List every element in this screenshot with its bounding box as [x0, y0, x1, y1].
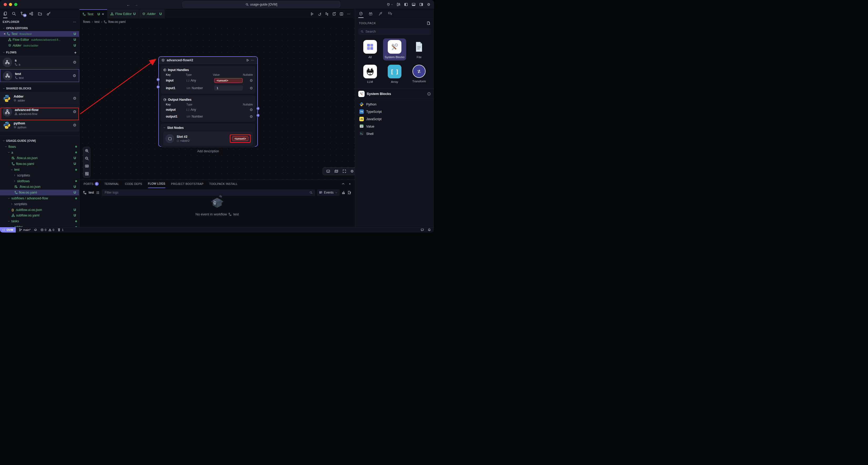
- shared-block-adder[interactable]: Adder adder ⚙: [0, 92, 79, 105]
- shared-blocks-header[interactable]: SHARED BLOCKS: [0, 85, 79, 91]
- rerun-icon[interactable]: [317, 12, 321, 16]
- back-icon[interactable]: ←: [126, 2, 130, 7]
- tab-ports[interactable]: PORTS1: [84, 180, 99, 188]
- flows-view-icon[interactable]: 38: [21, 11, 25, 16]
- close-icon[interactable]: ×: [4, 32, 5, 36]
- gear-icon[interactable]: ⚙: [73, 110, 76, 114]
- flows-header[interactable]: FLOWS +: [0, 50, 79, 55]
- block-python[interactable]: Python: [355, 101, 434, 108]
- publish-icon[interactable]: [34, 228, 37, 231]
- maximize-panel-icon[interactable]: [342, 182, 345, 185]
- tab-flow-logs[interactable]: FLOW LOGS: [148, 180, 165, 188]
- tree-item-subflow-ui-json[interactable]: {} .subflow.ui.oo.jsonU: [0, 207, 79, 213]
- open-preview-icon[interactable]: [332, 12, 336, 16]
- run-node-icon[interactable]: [246, 59, 249, 62]
- rocket-tab-icon[interactable]: [378, 11, 382, 16]
- feedback-icon[interactable]: [421, 228, 424, 231]
- gear-icon[interactable]: ⚙: [73, 96, 76, 100]
- tree-item-subflows-advanced-flow[interactable]: subflows / advanced-flow: [0, 196, 79, 201]
- slot-nodes-header[interactable]: Slot Nodes: [163, 125, 253, 130]
- flow-canvas[interactable]: advanced-flow#2 ⋯ Input Handles Key Type…: [80, 25, 355, 179]
- tool-all[interactable]: All: [359, 38, 382, 60]
- input-port[interactable]: [156, 85, 160, 89]
- command-center-search[interactable]: usage-guide [OVM]: [182, 1, 340, 8]
- add-description-button[interactable]: Add description: [158, 149, 258, 153]
- tab-code-deps[interactable]: CODE DEPS: [125, 180, 142, 188]
- value-unset-field[interactable]: <unset>: [214, 78, 243, 83]
- forward-icon[interactable]: →: [134, 2, 138, 7]
- tool-array[interactable]: [ ] Array: [383, 63, 406, 85]
- tree-item-test-flow-yaml[interactable]: flow.oo.yamlU: [0, 190, 79, 196]
- open-editor-test[interactable]: × Test flows/test U: [0, 31, 79, 37]
- more-actions-icon[interactable]: ⋯: [73, 20, 76, 24]
- tree-item-slotflows[interactable]: slotflows: [0, 178, 79, 184]
- bell-icon[interactable]: [428, 228, 431, 231]
- input-port[interactable]: [156, 78, 160, 81]
- chat-tab-icon[interactable]: [388, 11, 392, 16]
- gear-icon[interactable]: ⚙: [73, 123, 76, 127]
- new-toolpack-icon[interactable]: [427, 21, 430, 25]
- gear-icon[interactable]: ⚙: [249, 108, 253, 112]
- package-tab-icon[interactable]: [359, 11, 363, 16]
- gear-icon[interactable]: ⚙: [73, 74, 76, 78]
- output-port[interactable]: [256, 107, 260, 110]
- tree-item-a[interactable]: a: [0, 150, 79, 155]
- add-flow-icon[interactable]: +: [74, 50, 76, 55]
- block-value[interactable]: Value: [355, 123, 434, 130]
- flow-card-test[interactable]: test test ⚙: [0, 69, 79, 82]
- fit-view-icon[interactable]: [85, 164, 89, 168]
- gear-icon[interactable]: ⚙: [249, 78, 253, 83]
- slot-value-unset-field[interactable]: <unset>: [232, 136, 248, 141]
- auto-layout-icon[interactable]: [85, 172, 89, 176]
- tool-system-blocks[interactable]: System Blocks: [383, 38, 406, 60]
- problems-item[interactable]: 0 0: [40, 228, 54, 231]
- open-editors-header[interactable]: OPEN EDITORS: [0, 25, 79, 31]
- toggle-secondary-sidebar-icon[interactable]: [419, 3, 423, 6]
- minimize-window-button[interactable]: [9, 3, 12, 6]
- breadcrumb-flows[interactable]: flows: [83, 20, 90, 24]
- tool-llm[interactable]: LLM: [359, 63, 382, 85]
- block-typescript[interactable]: TS TypeScript: [355, 108, 434, 115]
- close-panel-icon[interactable]: ×: [349, 182, 351, 185]
- tree-item-scriptlets[interactable]: scriptlets: [0, 173, 79, 178]
- close-tab-icon[interactable]: ×: [102, 12, 104, 16]
- settings-gear-icon[interactable]: ⚙: [427, 2, 430, 6]
- toggle-panel-icon[interactable]: [326, 169, 330, 173]
- node-header[interactable]: advanced-flow#2 ⋯: [159, 57, 257, 64]
- tree-item-scriptlets-2[interactable]: scriptlets: [0, 201, 79, 207]
- git-branch-item[interactable]: main*: [19, 228, 30, 231]
- value-field[interactable]: 1: [214, 85, 243, 90]
- node-more-icon[interactable]: ⋯: [251, 58, 255, 62]
- tree-item-tasks[interactable]: tasks: [0, 218, 79, 224]
- breadcrumb-test[interactable]: test: [94, 20, 99, 24]
- keys-icon[interactable]: [46, 11, 51, 16]
- canvas-settings-gear-icon[interactable]: ⚙: [350, 169, 354, 173]
- shared-block-python[interactable]: python python ⚙: [0, 119, 79, 132]
- tool-file[interactable]: File: [407, 38, 431, 60]
- gear-icon[interactable]: ⚙: [249, 114, 253, 119]
- gear-icon[interactable]: ⚙: [249, 86, 253, 90]
- blocks-view-icon[interactable]: [29, 11, 33, 16]
- gift-tab-icon[interactable]: [369, 11, 373, 16]
- ports-item[interactable]: 1: [57, 228, 63, 231]
- more-actions-icon[interactable]: ⋯: [347, 12, 351, 16]
- tree-item-flows[interactable]: flows: [0, 144, 79, 150]
- compare-icon[interactable]: [325, 12, 329, 16]
- open-editor-adder[interactable]: Adder tasks/adder U: [0, 42, 79, 49]
- tree-item-flow-ui-json[interactable]: .flow.ui.oo.jsonU: [0, 155, 79, 161]
- zoom-in-icon[interactable]: [85, 149, 89, 153]
- block-javascript[interactable]: JS JavaScript: [355, 115, 434, 123]
- tool-transform[interactable]: Transform: [407, 63, 431, 85]
- tab-flow-editor[interactable]: Flow Editor U: [107, 9, 139, 19]
- tab-terminal[interactable]: TERMINAL: [104, 180, 119, 188]
- shared-block-advanced-flow[interactable]: advanced-flow advanced-flow ⚙: [0, 105, 79, 118]
- toggle-panel-icon[interactable]: [412, 3, 415, 6]
- zoom-out-icon[interactable]: [85, 156, 89, 161]
- tab-test[interactable]: Test U ×: [80, 9, 107, 19]
- gear-icon[interactable]: ⚙: [73, 60, 76, 64]
- folder-icon[interactable]: [38, 11, 42, 16]
- toolpack-search-input[interactable]: [365, 30, 429, 33]
- remote-indicator[interactable]: OVM: [0, 227, 16, 233]
- maximize-window-button[interactable]: [14, 3, 17, 6]
- search-icon[interactable]: [12, 11, 16, 16]
